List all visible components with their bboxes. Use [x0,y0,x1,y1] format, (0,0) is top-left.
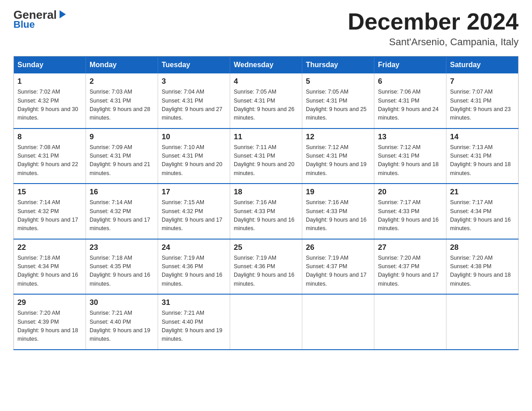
calendar-cell [302,294,374,350]
calendar-cell: 16Sunrise: 7:14 AMSunset: 4:32 PMDayligh… [86,184,158,239]
day-info: Sunrise: 7:02 AMSunset: 4:32 PMDaylight:… [17,88,82,123]
day-number: 30 [90,298,154,307]
day-info: Sunrise: 7:14 AMSunset: 4:32 PMDaylight:… [17,198,82,233]
week-row-2: 8Sunrise: 7:08 AMSunset: 4:31 PMDaylight… [14,128,519,184]
month-title: December 2024 [348,9,519,34]
header-tuesday: Tuesday [158,56,230,74]
header-friday: Friday [374,56,446,74]
page-header: General Blue December 2024 Sant'Arsenio,… [13,9,519,48]
header-saturday: Saturday [446,56,519,74]
day-info: Sunrise: 7:15 AMSunset: 4:32 PMDaylight:… [162,198,226,233]
calendar-cell: 22Sunrise: 7:18 AMSunset: 4:34 PMDayligh… [14,239,86,295]
logo-arrow-icon [58,9,68,19]
calendar-cell: 4Sunrise: 7:05 AMSunset: 4:31 PMDaylight… [230,73,302,128]
day-number: 10 [162,133,226,141]
day-info: Sunrise: 7:12 AMSunset: 4:31 PMDaylight:… [306,143,370,178]
header-thursday: Thursday [302,56,374,74]
calendar-cell: 28Sunrise: 7:20 AMSunset: 4:38 PMDayligh… [446,239,519,295]
day-info: Sunrise: 7:19 AMSunset: 4:36 PMDaylight:… [162,254,226,289]
day-number: 14 [450,133,515,141]
header-wednesday: Wednesday [230,56,302,74]
logo: General Blue [13,9,68,30]
calendar-cell: 9Sunrise: 7:09 AMSunset: 4:31 PMDaylight… [86,128,158,184]
calendar-cell: 1Sunrise: 7:02 AMSunset: 4:32 PMDaylight… [14,73,86,128]
day-info: Sunrise: 7:05 AMSunset: 4:31 PMDaylight:… [234,88,298,123]
calendar-cell: 5Sunrise: 7:05 AMSunset: 4:31 PMDaylight… [302,73,374,128]
calendar-cell: 26Sunrise: 7:19 AMSunset: 4:37 PMDayligh… [302,239,374,295]
day-info: Sunrise: 7:18 AMSunset: 4:35 PMDaylight:… [90,254,154,289]
day-number: 11 [234,133,298,141]
calendar-cell: 2Sunrise: 7:03 AMSunset: 4:31 PMDaylight… [86,73,158,128]
day-info: Sunrise: 7:05 AMSunset: 4:31 PMDaylight:… [306,88,370,123]
calendar-cell: 12Sunrise: 7:12 AMSunset: 4:31 PMDayligh… [302,128,374,184]
day-info: Sunrise: 7:12 AMSunset: 4:31 PMDaylight:… [378,143,442,178]
day-number: 8 [17,133,82,141]
calendar-cell [446,294,519,350]
calendar-cell: 20Sunrise: 7:17 AMSunset: 4:33 PMDayligh… [374,184,446,239]
week-row-5: 29Sunrise: 7:20 AMSunset: 4:39 PMDayligh… [14,294,519,350]
calendar-cell [374,294,446,350]
day-info: Sunrise: 7:08 AMSunset: 4:31 PMDaylight:… [17,143,82,178]
calendar-cell: 27Sunrise: 7:20 AMSunset: 4:37 PMDayligh… [374,239,446,295]
header-sunday: Sunday [14,56,86,74]
day-info: Sunrise: 7:03 AMSunset: 4:31 PMDaylight:… [90,88,154,123]
calendar-header-row: SundayMondayTuesdayWednesdayThursdayFrid… [14,56,519,74]
day-info: Sunrise: 7:04 AMSunset: 4:31 PMDaylight:… [162,88,226,123]
day-number: 28 [450,243,515,252]
calendar-cell: 15Sunrise: 7:14 AMSunset: 4:32 PMDayligh… [14,184,86,239]
calendar-cell: 24Sunrise: 7:19 AMSunset: 4:36 PMDayligh… [158,239,230,295]
calendar-cell: 14Sunrise: 7:13 AMSunset: 4:31 PMDayligh… [446,128,519,184]
day-number: 29 [17,298,82,307]
calendar-cell: 10Sunrise: 7:10 AMSunset: 4:31 PMDayligh… [158,128,230,184]
day-number: 23 [90,243,154,252]
week-row-3: 15Sunrise: 7:14 AMSunset: 4:32 PMDayligh… [14,184,519,239]
day-info: Sunrise: 7:06 AMSunset: 4:31 PMDaylight:… [378,88,442,123]
day-info: Sunrise: 7:10 AMSunset: 4:31 PMDaylight:… [162,143,226,178]
day-info: Sunrise: 7:21 AMSunset: 4:40 PMDaylight:… [90,309,154,344]
calendar-table: SundayMondayTuesdayWednesdayThursdayFrid… [13,56,519,350]
day-number: 20 [378,188,442,197]
calendar-cell: 29Sunrise: 7:20 AMSunset: 4:39 PMDayligh… [14,294,86,350]
day-info: Sunrise: 7:16 AMSunset: 4:33 PMDaylight:… [234,198,298,233]
week-row-4: 22Sunrise: 7:18 AMSunset: 4:34 PMDayligh… [14,239,519,295]
day-number: 9 [90,133,154,141]
svg-marker-0 [60,10,66,18]
calendar-cell: 31Sunrise: 7:21 AMSunset: 4:40 PMDayligh… [158,294,230,350]
day-number: 2 [90,77,154,86]
calendar-cell: 13Sunrise: 7:12 AMSunset: 4:31 PMDayligh… [374,128,446,184]
day-info: Sunrise: 7:13 AMSunset: 4:31 PMDaylight:… [450,143,515,178]
day-info: Sunrise: 7:18 AMSunset: 4:34 PMDaylight:… [17,254,82,289]
day-number: 21 [450,188,515,197]
calendar-cell: 25Sunrise: 7:19 AMSunset: 4:36 PMDayligh… [230,239,302,295]
day-number: 25 [234,243,298,252]
day-info: Sunrise: 7:11 AMSunset: 4:31 PMDaylight:… [234,143,298,178]
day-number: 27 [378,243,442,252]
title-block: December 2024 Sant'Arsenio, Campania, It… [348,9,519,48]
day-number: 26 [306,243,370,252]
day-number: 16 [90,188,154,197]
day-info: Sunrise: 7:16 AMSunset: 4:33 PMDaylight:… [306,198,370,233]
day-number: 19 [306,188,370,197]
calendar-cell: 3Sunrise: 7:04 AMSunset: 4:31 PMDaylight… [158,73,230,128]
day-info: Sunrise: 7:09 AMSunset: 4:31 PMDaylight:… [90,143,154,178]
day-number: 1 [17,77,82,86]
day-number: 4 [234,77,298,86]
day-number: 3 [162,77,226,86]
day-info: Sunrise: 7:17 AMSunset: 4:33 PMDaylight:… [378,198,442,233]
day-number: 12 [306,133,370,141]
location-title: Sant'Arsenio, Campania, Italy [348,36,519,48]
day-info: Sunrise: 7:14 AMSunset: 4:32 PMDaylight:… [90,198,154,233]
day-number: 18 [234,188,298,197]
calendar-cell: 30Sunrise: 7:21 AMSunset: 4:40 PMDayligh… [86,294,158,350]
calendar-cell: 7Sunrise: 7:07 AMSunset: 4:31 PMDaylight… [446,73,519,128]
day-info: Sunrise: 7:19 AMSunset: 4:36 PMDaylight:… [234,254,298,289]
calendar-cell: 18Sunrise: 7:16 AMSunset: 4:33 PMDayligh… [230,184,302,239]
calendar-cell: 8Sunrise: 7:08 AMSunset: 4:31 PMDaylight… [14,128,86,184]
day-info: Sunrise: 7:21 AMSunset: 4:40 PMDaylight:… [162,309,226,344]
logo-blue: Blue [13,19,35,30]
calendar-cell: 6Sunrise: 7:06 AMSunset: 4:31 PMDaylight… [374,73,446,128]
calendar-cell [230,294,302,350]
day-info: Sunrise: 7:20 AMSunset: 4:39 PMDaylight:… [17,309,82,344]
day-number: 6 [378,77,442,86]
header-monday: Monday [86,56,158,74]
